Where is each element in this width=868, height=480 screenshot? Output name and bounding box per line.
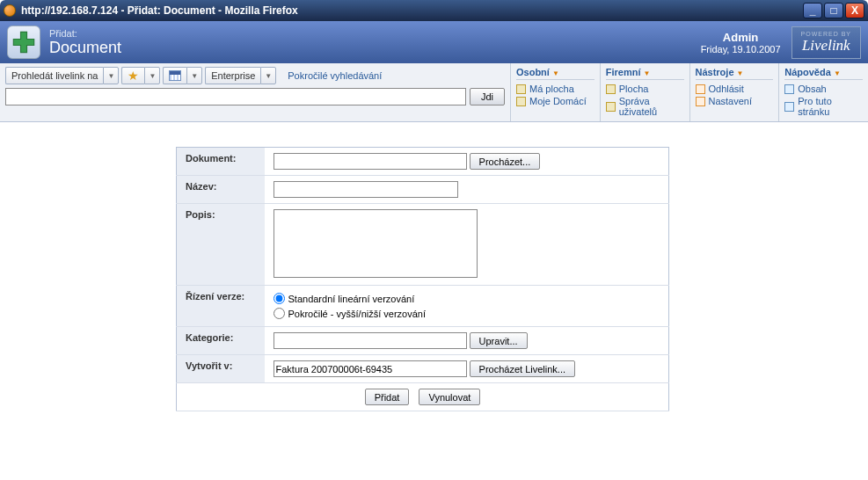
chevron-down-icon: ▼ xyxy=(149,72,156,80)
page-icon xyxy=(516,97,526,106)
firefox-icon xyxy=(4,4,16,17)
window-close-button[interactable]: X xyxy=(845,3,864,18)
app-header: Přidat: Document Admin Friday, 19.10.200… xyxy=(0,21,868,63)
nav-col-company[interactable]: Firemní ▼ xyxy=(606,65,684,80)
version-standard-label: Standardní lineární verzování xyxy=(288,294,415,304)
nav-link[interactable]: Má plocha xyxy=(516,83,594,95)
user-name: Admin xyxy=(701,31,781,44)
chevron-down-icon: ▼ xyxy=(644,69,651,77)
go-button[interactable]: Jdi xyxy=(470,88,505,105)
search-scope-button[interactable]: Prohledát livelink na xyxy=(5,67,103,84)
page-title: Document xyxy=(49,39,121,57)
name-input[interactable] xyxy=(274,181,458,198)
window-minimize-button[interactable]: _ xyxy=(803,3,822,18)
chevron-down-icon: ▼ xyxy=(265,72,272,80)
search-toolbar: Prohledát livelink na ▼ ★ ▼ ▼ Enterprise… xyxy=(0,63,510,121)
add-icon xyxy=(7,25,40,59)
browse-livelink-button[interactable]: Procházet Livelink... xyxy=(470,360,575,377)
document-form: Dokument: Procházet... Název: Popis: Říz… xyxy=(176,147,669,411)
category-input[interactable] xyxy=(274,332,467,349)
browse-button[interactable]: Procházet... xyxy=(470,153,541,170)
window-title: http://192.168.7.124 - Přidat: Document … xyxy=(21,4,803,17)
advanced-search-link[interactable]: Pokročilé vyhledávání xyxy=(288,70,382,81)
page-subtitle: Přidat: xyxy=(49,28,121,39)
field-label-description: Popis: xyxy=(177,204,265,286)
description-textarea[interactable] xyxy=(274,209,478,278)
field-label-category: Kategorie: xyxy=(177,327,265,355)
enterprise-button[interactable]: Enterprise xyxy=(205,67,260,84)
calendar-button[interactable] xyxy=(163,67,186,84)
page-icon xyxy=(516,84,526,94)
chevron-down-icon: ▼ xyxy=(834,69,841,77)
page-icon xyxy=(606,84,616,94)
nav-row: Prohledát livelink na ▼ ★ ▼ ▼ Enterprise… xyxy=(0,63,868,122)
favorites-button[interactable]: ★ xyxy=(121,67,144,84)
favorites-dropdown[interactable]: ▼ xyxy=(144,67,160,84)
create-in-input[interactable] xyxy=(274,360,467,377)
nav-link[interactable]: Obsah xyxy=(784,83,863,95)
calendar-dropdown[interactable]: ▼ xyxy=(186,67,202,84)
nav-col-help[interactable]: Nápověda ▼ xyxy=(784,65,863,80)
help-icon xyxy=(784,84,794,94)
nav-col-tools[interactable]: Nástroje ▼ xyxy=(696,65,774,80)
document-file-input[interactable] xyxy=(274,153,467,170)
version-advanced-label: Pokročilé - vyšší/nižší verzování xyxy=(288,309,427,319)
submit-button[interactable]: Přidat xyxy=(365,389,410,405)
nav-link[interactable]: Pro tuto stránku xyxy=(784,95,863,118)
star-icon: ★ xyxy=(128,69,139,82)
main-content: Dokument: Procházet... Název: Popis: Říz… xyxy=(0,122,868,411)
calendar-icon xyxy=(169,70,181,81)
window-maximize-button[interactable]: □ xyxy=(824,3,843,18)
nav-link[interactable]: Moje Domácí xyxy=(516,95,594,107)
nav-col-personal[interactable]: Osobní ▼ xyxy=(516,65,594,80)
reset-button[interactable]: Vynulovat xyxy=(419,389,480,405)
chevron-down-icon: ▼ xyxy=(191,72,198,80)
livelink-logo: POWERED BY Livelink xyxy=(791,26,861,59)
nav-link[interactable]: Správa uživatelů xyxy=(606,95,684,118)
edit-button[interactable]: Upravit... xyxy=(470,332,528,349)
chevron-down-icon: ▼ xyxy=(737,69,744,77)
window-titlebar: http://192.168.7.124 - Přidat: Document … xyxy=(0,0,868,21)
user-info: Admin Friday, 19.10.2007 xyxy=(701,31,781,55)
chevron-down-icon: ▼ xyxy=(107,72,114,80)
version-advanced-radio[interactable] xyxy=(274,308,285,319)
page-icon xyxy=(606,102,616,112)
field-label-name: Název: xyxy=(177,176,265,204)
user-date: Friday, 19.10.2007 xyxy=(701,44,781,55)
field-label-version: Řízení verze: xyxy=(177,286,265,327)
field-label-document: Dokument: xyxy=(177,148,265,176)
version-standard-radio[interactable] xyxy=(274,293,285,304)
nav-menu: Osobní ▼ Má plocha Moje Domácí Firemní ▼… xyxy=(510,63,868,121)
nav-link-settings[interactable]: Nastavení xyxy=(696,95,774,107)
nav-link-logout[interactable]: Odhlásit xyxy=(696,83,774,95)
tool-icon xyxy=(696,84,705,94)
tool-icon xyxy=(696,97,705,106)
search-scope-dropdown[interactable]: ▼ xyxy=(103,67,119,84)
search-input[interactable] xyxy=(5,88,466,105)
nav-link[interactable]: Plocha xyxy=(606,83,684,95)
help-icon xyxy=(784,102,794,112)
chevron-down-icon: ▼ xyxy=(552,69,559,77)
field-label-create-in: Vytvořit v: xyxy=(177,355,265,383)
enterprise-dropdown[interactable]: ▼ xyxy=(260,67,276,84)
